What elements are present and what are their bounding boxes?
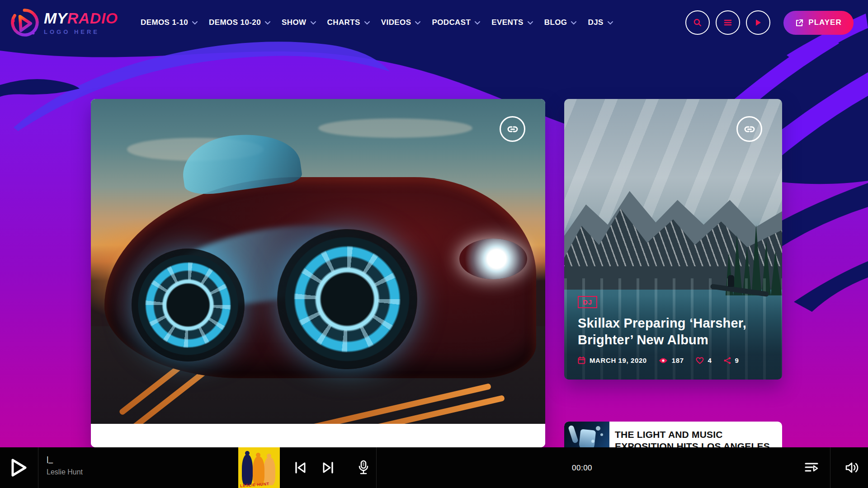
bubble-shape: [596, 426, 600, 431]
skip-previous-icon: [294, 461, 307, 474]
nav-item-blog[interactable]: BLOG: [544, 18, 577, 27]
brand-name-secondary: RADIO: [67, 9, 118, 27]
nav-item-demos-1-10[interactable]: DEMOS 1-10: [141, 18, 198, 27]
chevron-down-icon: [528, 21, 533, 25]
chevron-down-icon: [608, 21, 613, 25]
skip-next-button[interactable]: [318, 458, 338, 477]
eye-icon: [659, 357, 668, 364]
play-icon: [10, 458, 28, 478]
microphone-button[interactable]: [354, 457, 373, 478]
calendar-icon: [578, 357, 585, 364]
nav-item-podcast[interactable]: PODCAST: [432, 18, 480, 27]
sidebar-post-card[interactable]: DJ Skillax Preparing ‘Harsher, Brighter’…: [564, 99, 782, 380]
album-art[interactable]: LESLIE HUNT: [238, 447, 280, 488]
nav-label: PODCAST: [432, 18, 471, 27]
logo-text: MYRADIO LOGO HERE: [44, 10, 118, 35]
post-likes: 4: [708, 357, 712, 364]
nav-label: VIDEOS: [381, 18, 411, 27]
player-button-label: PLAYER: [808, 18, 841, 27]
nav-item-videos[interactable]: VIDEOS: [381, 18, 421, 27]
car-rear-wheel: [132, 249, 245, 361]
nav-item-demos-10-20[interactable]: DEMOS 10-20: [209, 18, 270, 27]
wheel-spokes: [277, 229, 417, 369]
nav-label: DJS: [588, 18, 603, 27]
car-front-wheel: [277, 229, 417, 369]
nav-label: BLOG: [544, 18, 567, 27]
header: MYRADIO LOGO HERE DEMOS 1-10 DEMOS 10-20…: [0, 0, 868, 45]
divider: [830, 447, 830, 488]
cloud-shape: [318, 118, 473, 138]
nav-label: DEMOS 10-20: [209, 18, 261, 27]
nav-label: SHOW: [282, 18, 306, 27]
share-icon[interactable]: [724, 357, 731, 364]
post-views: 187: [672, 357, 684, 364]
chevron-down-icon: [415, 21, 420, 25]
external-link-icon: [795, 19, 804, 27]
playlist-icon: [805, 462, 818, 474]
chevron-down-icon: [571, 21, 576, 25]
album-figure-head: [256, 453, 260, 457]
menu-button[interactable]: [716, 10, 740, 35]
bubble-shape: [600, 433, 603, 436]
nav-item-charts[interactable]: CHARTS: [327, 18, 370, 27]
album-figure: [264, 457, 275, 485]
track-artist: Leslie Hunt: [47, 468, 83, 476]
chevron-down-icon: [364, 21, 370, 25]
track-title: |_: [47, 455, 83, 464]
album-figure: [253, 456, 264, 485]
featured-article-image: [91, 99, 545, 424]
post-title[interactable]: Skillax Preparing ‘Harsher, Brighter’ Ne…: [578, 315, 769, 349]
elapsed-time: 00:00: [572, 464, 592, 473]
header-actions: PLAYER: [679, 10, 854, 35]
divider: [38, 447, 38, 488]
wheel-spokes: [132, 249, 245, 361]
album-figure-head: [267, 454, 271, 458]
player-button[interactable]: PLAYER: [783, 11, 854, 35]
brand-tagline: LOGO HERE: [44, 29, 118, 35]
chevron-down-icon: [475, 21, 480, 25]
player-play-button[interactable]: [7, 457, 31, 479]
volume-icon: [845, 461, 859, 474]
menu-icon: [724, 19, 732, 26]
nav-item-show[interactable]: SHOW: [282, 18, 316, 27]
featured-article-body: [91, 424, 545, 447]
search-button[interactable]: [685, 10, 710, 35]
nav-label: EVENTS: [491, 18, 523, 27]
category-badge[interactable]: DJ: [578, 296, 597, 308]
post-meta: MARCH 19, 2020 187 4: [578, 357, 769, 364]
chevron-down-icon: [265, 21, 270, 25]
nav-item-djs[interactable]: DJS: [588, 18, 613, 27]
player-bar: |_ Leslie Hunt LESLIE HUNT: [0, 447, 868, 488]
main-nav: DEMOS 1-10 DEMOS 10-20 SHOW CHARTS VIDEO…: [141, 18, 613, 27]
volume-button[interactable]: [842, 458, 863, 477]
heart-icon[interactable]: [696, 357, 704, 364]
playlist-button[interactable]: [801, 458, 822, 477]
logo-icon: [7, 5, 42, 40]
skip-next-icon: [322, 461, 335, 474]
chevron-down-icon: [311, 21, 316, 25]
nav-item-events[interactable]: EVENTS: [491, 18, 533, 27]
post-link-button[interactable]: [736, 116, 762, 142]
search-icon: [693, 18, 702, 27]
album-figure: [242, 455, 253, 485]
person-shape: [728, 275, 734, 287]
play-icon: [755, 19, 762, 27]
brand-name-primary: MY: [44, 9, 67, 27]
link-icon: [743, 123, 756, 136]
album-figure-head: [245, 451, 250, 455]
logo[interactable]: MYRADIO LOGO HERE: [7, 5, 121, 40]
car-headlight: [459, 239, 527, 279]
post-shares: 9: [735, 357, 739, 364]
link-icon: [506, 123, 519, 136]
article-link-button[interactable]: [500, 116, 525, 142]
skip-previous-button[interactable]: [290, 458, 310, 477]
post-date: MARCH 19, 2020: [590, 357, 647, 364]
chevron-down-icon: [192, 21, 198, 25]
test-tube-shape: [568, 425, 579, 444]
bubble-shape: [591, 440, 594, 443]
featured-article-card[interactable]: [91, 99, 545, 447]
page: MYRADIO LOGO HERE DEMOS 1-10 DEMOS 10-20…: [0, 0, 868, 488]
play-button[interactable]: [746, 10, 770, 35]
post-overlay: DJ Skillax Preparing ‘Harsher, Brighter’…: [564, 296, 782, 380]
microphone-icon: [358, 460, 369, 475]
